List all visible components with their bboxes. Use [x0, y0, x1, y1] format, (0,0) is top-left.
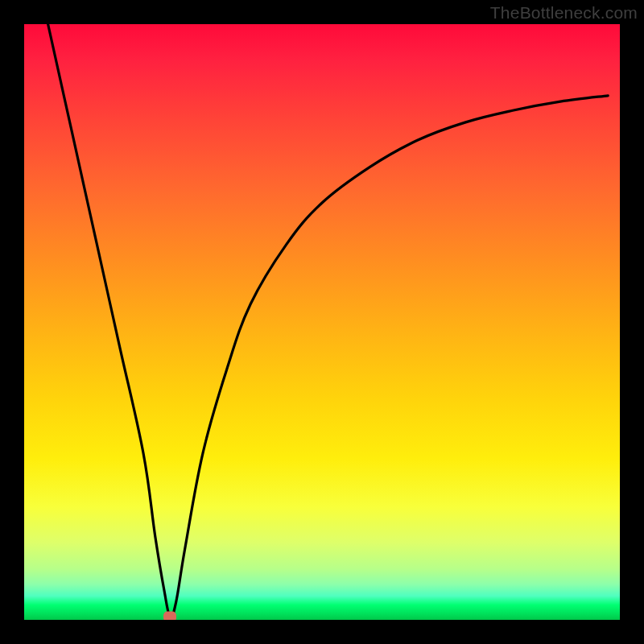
optimal-point-marker [163, 612, 176, 620]
bottleneck-curve [48, 24, 609, 617]
plot-area [24, 24, 620, 620]
chart-frame: TheBottleneck.com [0, 0, 644, 644]
curve-svg [24, 24, 620, 620]
watermark-text: TheBottleneck.com [490, 3, 638, 23]
